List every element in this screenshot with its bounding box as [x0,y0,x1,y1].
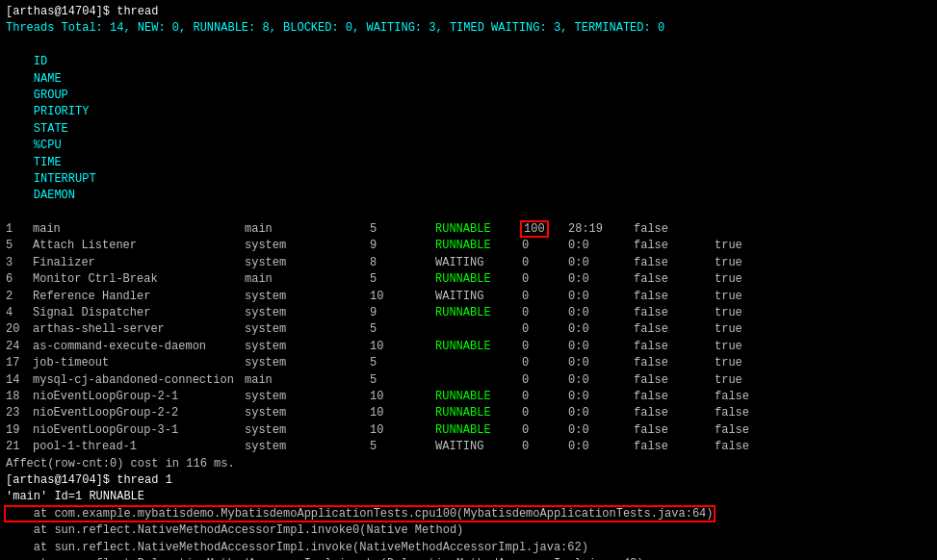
table-row: 21pool-1-thread-1system5WAITING00:0false… [6,439,931,455]
table-row: 3Finalizersystem8WAITING00:0falsetrue [6,255,931,271]
table-row: 23nioEventLoopGroup-2-2system10RUNNABLE0… [6,405,931,421]
stacktrace: at com.example.mybatisdemo.MybatisdemoAp… [6,506,931,560]
threads-summary: Threads Total: 14, NEW: 0, RUNNABLE: 8, … [6,20,931,37]
table-row: 5Attach Listenersystem9RUNNABLE00:0false… [6,238,931,254]
stacktrace-line: at sun.reflect.DelegatingMethodAccessorI… [6,556,931,560]
terminal: [arthas@14704]$ thread Threads Total: 14… [0,0,937,560]
affect-line: Affect(row-cnt:0) cost in 116 ms. [6,456,931,472]
table-row: 20arthas-shell-serversystem500:0falsetru… [6,321,931,338]
table-row: 1mainmain5RUNNABLE10028:19false [6,221,931,238]
table-row: 6Monitor Ctrl-Breakmain5RUNNABLE00:0fals… [6,271,931,288]
table-row: 19nioEventLoopGroup-3-1system10RUNNABLE0… [6,422,931,439]
table-row: 4Signal Dispatchersystem9RUNNABLE00:0fal… [6,305,931,321]
table-row: 24as-command-execute-daemonsystem10RUNNA… [6,339,931,355]
table-row: 17job-timeoutsystem500:0falsetrue [6,355,931,371]
stacktrace-line: at sun.reflect.NativeMethodAccessorImpl.… [6,522,931,539]
table-row: 14mysql-cj-abandoned-connectionmain500:0… [6,372,931,389]
prompt-line-1: [arthas@14704]$ thread [6,4,931,20]
stacktrace-line: at sun.reflect.NativeMethodAccessorImpl.… [6,540,931,556]
thread-table-body: 1mainmain5RUNNABLE10028:19false5Attach L… [6,221,931,455]
table-row: 2Reference Handlersystem10WAITING00:0fal… [6,289,931,305]
stacktrace-line: at com.example.mybatisdemo.MybatisdemoAp… [6,506,931,522]
table-row: 18nioEventLoopGroup-2-1system10RUNNABLE0… [6,389,931,405]
prompt-line-2: [arthas@14704]$ thread 1 [6,472,931,489]
thread1-header: 'main' Id=1 RUNNABLE [6,489,931,505]
table-header-row: ID NAME GROUP PRIORITY STATE %CPU TIME I… [6,38,931,221]
